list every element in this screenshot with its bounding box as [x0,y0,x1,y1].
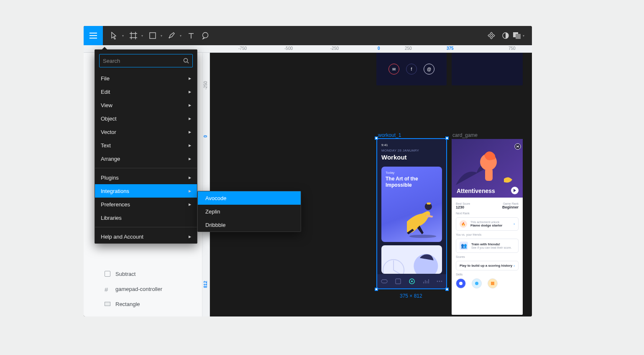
svg-rect-19 [485,168,493,181]
subtract-icon [105,271,110,277]
pen-tool[interactable] [165,26,179,45]
search-input[interactable] [103,58,183,64]
menu-search[interactable] [99,54,193,67]
hash-icon: # [105,286,110,292]
card-text: Play to build up a scoring history [460,264,512,268]
menu-item-object[interactable]: Object▶ [95,112,197,125]
achievement-name: Flame dodge starter [470,224,502,227]
label: Best Score [456,202,470,205]
components-button[interactable] [484,26,498,45]
hamburger-icon [89,33,97,39]
badge-icon [456,278,466,288]
menu-item-libraries[interactable]: Libraries [95,211,197,224]
ruler-tick: 250 [405,46,412,51]
menu-item-view[interactable]: View▶ [95,98,197,112]
play-icon [511,187,519,194]
submenu-item-avocode[interactable]: Avocode [198,191,301,205]
frame-tool[interactable] [126,26,141,45]
friends-icon: 👥 [460,242,468,250]
hero-title: Attentiveness [457,188,495,194]
svg-rect-11 [396,279,401,284]
layer-name: Rectangle [115,301,140,307]
best-score: 1230 [456,205,470,209]
square-icon [149,32,156,39]
artboard-label[interactable]: workout_1 [378,132,401,138]
svg-point-1 [203,33,208,38]
rectangle-icon [105,302,110,306]
menu-item-integrations[interactable]: Integrations▶ [95,184,197,198]
facebook-icon: f [406,64,417,75]
artboard[interactable]: ✉ f @ [376,53,447,85]
svg-point-5 [409,235,437,238]
workout-title: Workout [381,154,442,161]
stats-tab-icon[interactable] [422,278,429,285]
triangle-right-icon: ▶ [189,235,191,239]
layer-row[interactable]: Rectangle [84,296,202,311]
triangle-right-icon: ▶ [189,144,191,147]
contrast-icon [502,32,509,39]
card-title: Train with friends! [471,242,512,246]
menu-item-preferences[interactable]: Preferences▶ [95,198,197,211]
submenu-item-dribbble[interactable]: Dribbble [198,218,301,232]
chevron-down-icon: ▾ [122,34,124,38]
label: Next Rank [456,212,519,215]
integrations-submenu: Avocode Zeplin Dribbble [197,191,301,232]
menu-item-edit[interactable]: Edit▶ [95,85,197,98]
layer-name: gamepad-controller [115,286,162,292]
artboard-cardgame[interactable]: Attentiveness Best Score1230 Game RankBe… [452,139,523,315]
workout-tab-icon[interactable] [408,278,416,285]
contrast-button[interactable] [498,26,513,45]
main-menu-button[interactable] [84,26,103,45]
game-rank: Beginner [502,205,519,209]
diamond-grid-icon [488,32,495,39]
text-tool[interactable] [184,26,198,45]
hero: Attentiveness [452,139,523,198]
ruler-tick: -500 [284,46,293,51]
svg-rect-23 [491,282,494,285]
selection-dimensions: 375 × 812 [400,293,422,299]
canvas[interactable]: -250 0 812 ✉ f @ workout_1 9:41 MONDAY 2… [202,53,532,316]
menu-item-arrange[interactable]: Arrange▶ [95,152,197,165]
label: Skills [456,273,519,276]
svg-point-16 [441,281,442,282]
resize-handle[interactable] [375,288,378,291]
menu-separator [95,227,197,227]
ruler-tick: -750 [238,46,247,51]
ruler-tick: 0 [378,46,380,51]
social-tab-icon[interactable] [394,278,402,285]
games-tab-icon[interactable] [381,278,388,285]
layer-row[interactable]: # gamepad-controller [84,281,202,296]
menu-separator [95,168,197,168]
resize-handle[interactable] [445,288,449,291]
layer-name: Subtract [115,271,135,277]
menu-item-vector[interactable]: Vector▶ [95,125,197,139]
menu-item-text[interactable]: Text▶ [95,139,197,152]
resize-handle[interactable] [375,136,378,140]
layer-row[interactable]: Subtract [84,266,202,281]
card-headline: The Art of the Impossible [386,176,438,188]
artboard-label[interactable]: card_game [452,132,478,138]
ruler-tick: -250 [330,46,339,51]
more-tab-icon[interactable] [436,278,443,285]
workout-date: MONDAY 28 JANUARY [381,149,442,152]
card-subtitle: Today [386,171,438,175]
search-icon [183,58,189,64]
frame-icon [130,32,137,39]
artboard[interactable] [452,53,523,85]
chevron-right-icon: › [514,264,515,268]
submenu-item-zeplin[interactable]: Zeplin [198,205,301,218]
chevron-down-icon: ▾ [523,34,524,38]
svg-point-24 [184,59,188,62]
text-icon [188,32,194,39]
boolean-button[interactable]: ▾ [513,26,527,45]
menu-item-file[interactable]: File▶ [95,72,197,85]
scores-card: Play to build up a scoring history › [456,261,519,270]
comment-tool[interactable] [198,26,212,45]
menu-item-plugins[interactable]: Plugins▶ [95,171,197,184]
shape-tool[interactable] [146,26,160,45]
menu-item-help[interactable]: Help and Account▶ [95,230,197,243]
move-tool[interactable] [107,26,121,45]
artboard-workout[interactable]: 9:41 MONDAY 28 JANUARY Workout Today The… [377,139,446,288]
chevron-right-icon: › [514,222,515,226]
resize-handle[interactable] [445,136,449,140]
